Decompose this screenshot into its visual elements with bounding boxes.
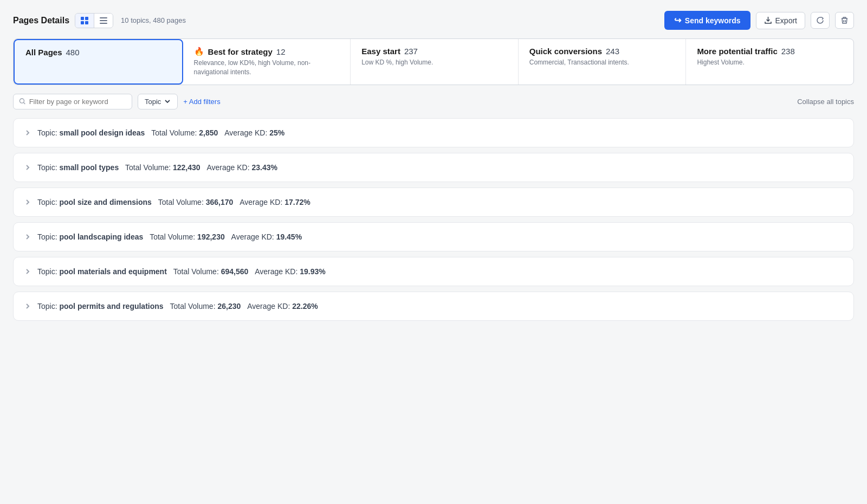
search-box[interactable] bbox=[13, 94, 132, 109]
topics-count: 10 topics, 480 pages bbox=[121, 16, 186, 24]
topic-kd-value: 22.26% bbox=[292, 302, 318, 311]
tab-quick-conversions-desc: Commercial, Transactional intents. bbox=[529, 58, 675, 67]
topic-kd-value: 17.72% bbox=[284, 198, 310, 206]
list-view-button[interactable] bbox=[94, 14, 113, 28]
tab-all-pages[interactable]: All Pages 480 bbox=[14, 39, 183, 85]
chevron-right-icon bbox=[24, 164, 31, 171]
topic-volume-label: Total Volume: 694,560 bbox=[173, 267, 249, 276]
topic-volume-label: Total Volume: 122,430 bbox=[125, 163, 200, 172]
topic-row[interactable]: Topic: small pool types Total Volume: 12… bbox=[13, 153, 854, 182]
fire-icon: 🔥 bbox=[194, 47, 204, 56]
topic-row[interactable]: Topic: small pool design ideas Total Vol… bbox=[13, 118, 854, 147]
export-button[interactable]: Export bbox=[756, 12, 805, 29]
topic-kd-value: 23.43% bbox=[252, 163, 277, 172]
topic-volume-label: Total Volume: 26,230 bbox=[170, 302, 241, 311]
topic-text: Topic: pool landscaping ideas Total Volu… bbox=[37, 232, 302, 241]
topic-volume-label: Total Volume: 366,170 bbox=[158, 198, 234, 206]
topic-row[interactable]: Topic: pool permits and regulations Tota… bbox=[13, 292, 854, 321]
list-icon bbox=[99, 16, 108, 25]
chevron-right-icon bbox=[24, 130, 31, 136]
grid-view-button[interactable] bbox=[75, 14, 94, 28]
topic-prefix: Topic: bbox=[37, 267, 57, 276]
topic-prefix: Topic: bbox=[37, 198, 57, 206]
topic-text: Topic: small pool types Total Volume: 12… bbox=[37, 163, 277, 172]
topic-volume-value: 26,230 bbox=[217, 302, 241, 311]
tab-more-traffic-desc: Highest Volume. bbox=[697, 58, 843, 67]
tab-best-for-strategy[interactable]: 🔥 Best for strategy 12 Relevance, low KD… bbox=[183, 39, 351, 85]
send-keywords-button[interactable]: ↪ Send keywords bbox=[664, 11, 750, 30]
search-input[interactable] bbox=[29, 98, 126, 106]
grid-icon bbox=[80, 16, 89, 25]
svg-rect-4 bbox=[100, 17, 107, 18]
chevron-down-icon bbox=[164, 98, 171, 105]
tab-best-strategy-desc: Relevance, low KD%, high Volume, non-nav… bbox=[194, 59, 340, 77]
topic-kd-value: 19.45% bbox=[276, 232, 302, 241]
tab-more-potential-traffic[interactable]: More potential traffic 238 Highest Volum… bbox=[686, 39, 853, 85]
topic-kd-value: 19.93% bbox=[300, 267, 325, 276]
svg-rect-2 bbox=[81, 21, 84, 24]
tab-easy-start[interactable]: Easy start 237 Low KD %, high Volume. bbox=[351, 39, 519, 85]
svg-rect-1 bbox=[85, 17, 88, 20]
view-toggle bbox=[75, 13, 113, 28]
send-keywords-label: Send keywords bbox=[685, 16, 741, 25]
tab-all-pages-title: All Pages bbox=[25, 48, 62, 57]
refresh-icon bbox=[816, 16, 824, 24]
chevron-right-icon bbox=[24, 268, 31, 275]
topic-volume-value: 2,850 bbox=[199, 128, 218, 137]
topic-text: Topic: pool materials and equipment Tota… bbox=[37, 267, 326, 276]
tab-quick-conversions-title: Quick conversions bbox=[529, 47, 602, 56]
topic-prefix: Topic: bbox=[37, 302, 57, 311]
header-left: Pages Details bbox=[13, 13, 186, 28]
refresh-button[interactable] bbox=[811, 12, 830, 29]
tab-all-pages-count: 480 bbox=[66, 48, 80, 57]
topic-name: small pool design ideas bbox=[59, 128, 145, 137]
topic-text: Topic: pool size and dimensions Total Vo… bbox=[37, 198, 310, 206]
tab-easy-start-title: Easy start bbox=[361, 47, 400, 56]
tab-best-strategy-title: Best for strategy bbox=[208, 47, 273, 56]
topic-prefix: Topic: bbox=[37, 163, 57, 172]
chevron-right-icon bbox=[24, 303, 31, 309]
topic-name: pool permits and regulations bbox=[59, 302, 163, 311]
topic-volume-label: Total Volume: 192,230 bbox=[150, 232, 225, 241]
header: Pages Details bbox=[13, 11, 854, 30]
export-icon bbox=[764, 16, 772, 24]
topic-filter-dropdown[interactable]: Topic bbox=[138, 94, 178, 109]
topic-row[interactable]: Topic: pool materials and equipment Tota… bbox=[13, 257, 854, 286]
topic-kd-label: Average KD: 22.26% bbox=[247, 302, 318, 311]
tab-quick-conversions-count: 243 bbox=[606, 47, 619, 56]
tab-best-strategy-count: 12 bbox=[276, 47, 286, 56]
topic-prefix: Topic: bbox=[37, 128, 57, 137]
topic-text: Topic: small pool design ideas Total Vol… bbox=[37, 128, 284, 137]
svg-rect-6 bbox=[100, 23, 107, 24]
topic-kd-label: Average KD: 17.72% bbox=[240, 198, 310, 206]
tab-quick-conversions[interactable]: Quick conversions 243 Commercial, Transa… bbox=[519, 39, 687, 85]
svg-rect-0 bbox=[81, 17, 84, 20]
topic-row[interactable]: Topic: pool size and dimensions Total Vo… bbox=[13, 188, 854, 217]
topic-name: pool landscaping ideas bbox=[59, 232, 143, 241]
add-filters-button[interactable]: + Add filters bbox=[183, 98, 220, 106]
topic-volume-value: 122,430 bbox=[173, 163, 200, 172]
topic-row[interactable]: Topic: pool landscaping ideas Total Volu… bbox=[13, 222, 854, 251]
send-keywords-icon: ↪ bbox=[674, 15, 681, 25]
topic-kd-label: Average KD: 19.45% bbox=[231, 232, 302, 241]
collapse-all-button[interactable]: Collapse all topics bbox=[797, 98, 854, 106]
topic-kd-label: Average KD: 23.43% bbox=[207, 163, 278, 172]
svg-point-7 bbox=[20, 99, 24, 103]
svg-rect-3 bbox=[85, 21, 88, 24]
tab-more-traffic-count: 238 bbox=[781, 47, 795, 56]
topic-filter-label: Topic bbox=[145, 98, 161, 106]
export-label: Export bbox=[775, 16, 797, 25]
topic-name: pool materials and equipment bbox=[59, 267, 166, 276]
tab-easy-start-count: 237 bbox=[404, 47, 418, 56]
search-icon bbox=[19, 98, 26, 105]
search-filter-bar: Topic + Add filters Collapse all topics bbox=[13, 94, 854, 109]
topic-name: pool size and dimensions bbox=[59, 198, 151, 206]
delete-button[interactable] bbox=[835, 12, 854, 29]
topic-name: small pool types bbox=[59, 163, 119, 172]
chevron-right-icon bbox=[24, 234, 31, 240]
tab-easy-start-desc: Low KD %, high Volume. bbox=[361, 58, 507, 67]
topic-text: Topic: pool permits and regulations Tota… bbox=[37, 302, 318, 311]
topic-prefix: Topic: bbox=[37, 232, 57, 241]
topic-volume-value: 192,230 bbox=[197, 232, 225, 241]
tab-more-traffic-title: More potential traffic bbox=[697, 47, 777, 56]
